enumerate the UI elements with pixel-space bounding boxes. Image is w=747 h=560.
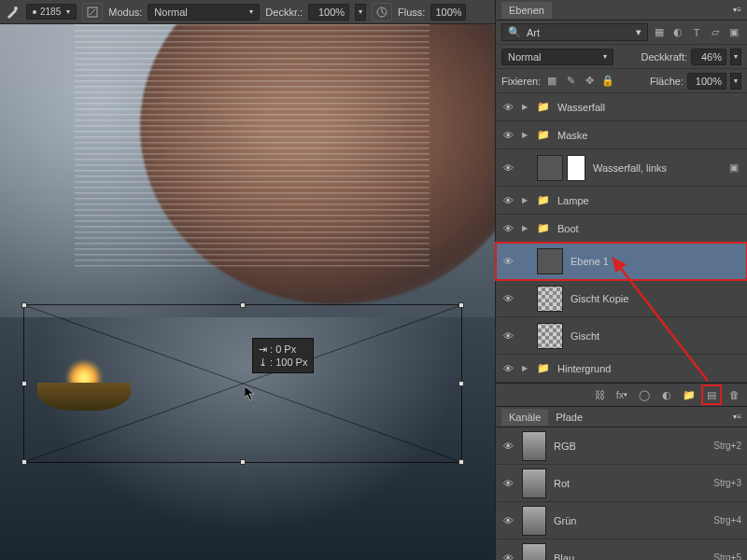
panels-dock: Ebenen ▾≡ 🔍 Art ▾ ▦ ◐ T ▱ ▣ Normal ▾ Dec… [495,0,747,560]
layer-name[interactable]: Wasserfall, links [593,162,719,174]
adjustment-layer-icon[interactable]: ◐ [659,387,674,402]
layer-thumbnail[interactable] [537,155,563,181]
layer-name[interactable]: Maske [557,130,741,141]
visibility-icon[interactable]: 👁 [501,130,514,141]
fill-slider[interactable]: ▾ [730,73,741,90]
channel-name[interactable]: Blau [554,553,706,561]
pressure-opacity-toggle[interactable] [372,3,392,21]
brush-panel-toggle[interactable] [82,3,103,21]
visibility-icon[interactable]: 👁 [501,102,514,113]
filter-pixel-icon[interactable]: ▦ [652,25,667,40]
panel-menu-icon[interactable]: ▾≡ [733,6,741,14]
channel-item[interactable]: 👁 Blau Strg+5 [496,539,747,560]
expand-icon[interactable]: ▶ [522,224,529,232]
document-canvas[interactable] [0,24,495,560]
brush-size-picker[interactable]: 2185 ▾ [26,4,77,20]
layer-name[interactable]: Gischt [571,330,741,342]
layer-name[interactable]: Ebene 1 [571,256,741,267]
filter-shape-icon[interactable]: ▱ [708,25,723,40]
channel-thumbnail[interactable] [522,506,546,536]
delete-layer-icon[interactable]: 🗑 [726,387,741,402]
layer-opacity-slider[interactable]: ▾ [730,49,741,65]
layer-item[interactable]: 👁 Wasserfall, links ▣ [496,149,747,187]
layer-name[interactable]: Hintergrund [557,363,741,374]
layer-group[interactable]: 👁 ▶ 📁 Wasserfall [496,93,747,121]
lock-position-icon[interactable]: ✥ [582,74,597,89]
layer-filter-dropdown[interactable]: 🔍 Art ▾ [501,23,648,41]
channel-item[interactable]: 👁 Rot Strg+3 [496,465,747,502]
tab-channels[interactable]: Kanäle [501,409,548,426]
visibility-icon[interactable]: 👁 [501,330,514,342]
panel-menu-icon[interactable]: ▾≡ [733,413,741,421]
channel-item[interactable]: 👁 RGB Strg+2 [496,427,747,465]
transform-handle[interactable] [240,459,246,465]
transform-handle[interactable] [240,302,246,308]
new-layer-icon[interactable]: ▤ [704,387,719,402]
layer-group[interactable]: 👁 ▶ 📁 Hintergrund [496,355,747,383]
channel-shortcut: Strg+4 [713,515,741,525]
layer-item-selected[interactable]: 👁 Ebene 1 [496,243,747,280]
expand-icon[interactable]: ▶ [522,103,529,111]
visibility-icon[interactable]: 👁 [501,441,514,452]
filter-smart-icon[interactable]: ▣ [726,25,741,40]
link-layers-icon[interactable]: ⛓ [592,387,607,402]
flow-input[interactable]: 100% [430,4,466,21]
visibility-icon[interactable]: 👁 [501,195,514,206]
new-group-icon[interactable]: 📁 [682,387,697,402]
channel-thumbnail[interactable] [522,469,546,498]
filter-adjust-icon[interactable]: ◐ [670,25,685,40]
visibility-icon[interactable]: 👁 [501,478,514,489]
expand-icon[interactable]: ▶ [522,196,529,204]
lock-transparent-icon[interactable]: ▩ [544,74,559,89]
transform-handle[interactable] [458,381,464,386]
layer-item[interactable]: 👁 Gischt [496,317,747,355]
layer-thumbnail[interactable] [537,248,563,274]
layer-fx-icon[interactable]: fx▾ [614,387,629,402]
layer-item[interactable]: 👁 Gischt Kopie [496,280,747,317]
channel-item[interactable]: 👁 Grün Strg+4 [496,502,747,539]
layer-thumbnail[interactable] [537,286,563,312]
channel-thumbnail[interactable] [522,543,546,561]
layer-name[interactable]: Wasserfall [557,102,741,113]
tab-layers[interactable]: Ebenen [501,2,552,19]
layer-blend-dropdown[interactable]: Normal ▾ [501,49,613,65]
layer-group[interactable]: 👁 ▶ 📁 Boot [496,215,747,243]
lock-all-icon[interactable]: 🔒 [600,74,615,89]
visibility-icon[interactable]: 👁 [501,293,514,304]
transform-handle[interactable] [21,459,27,465]
transform-handle[interactable] [458,302,464,308]
channel-name[interactable]: Grün [554,515,706,526]
layer-mask-icon[interactable]: ◯ [637,387,652,402]
fill-input[interactable]: 100% [687,73,726,90]
layer-opacity-input[interactable]: 46% [691,49,726,65]
opacity-slider-toggle[interactable]: ▾ [355,4,366,21]
layer-thumbnail[interactable] [537,323,563,349]
expand-icon[interactable]: ▶ [522,131,529,139]
filter-type-icon[interactable]: T [689,25,704,40]
tab-paths[interactable]: Pfade [548,409,590,426]
transform-handle[interactable] [21,302,27,308]
transform-handle[interactable] [458,459,464,465]
transform-info-tooltip: ⇥ : 0 Px ⤓ : 100 Px [252,338,314,373]
visibility-icon[interactable]: 👁 [501,363,514,374]
layer-mask-thumbnail[interactable] [567,155,585,181]
free-transform-bounds[interactable] [23,304,462,463]
layer-group[interactable]: 👁 ▶ 📁 Maske [496,121,747,149]
channel-name[interactable]: Rot [554,478,706,489]
layer-name[interactable]: Boot [557,223,741,234]
visibility-icon[interactable]: 👁 [501,223,514,234]
opacity-input[interactable]: 100% [308,4,349,21]
expand-icon[interactable]: ▶ [522,364,529,372]
layer-name[interactable]: Lampe [557,195,741,206]
lock-pixels-icon[interactable]: ✎ [563,74,578,89]
visibility-icon[interactable]: 👁 [501,256,514,267]
visibility-icon[interactable]: 👁 [501,553,514,561]
layer-name[interactable]: Gischt Kopie [571,293,741,304]
channel-name[interactable]: RGB [554,441,706,452]
transform-handle[interactable] [21,381,27,386]
layer-group[interactable]: 👁 ▶ 📁 Lampe [496,187,747,215]
blend-mode-dropdown[interactable]: Normal ▾ [148,4,260,21]
channel-thumbnail[interactable] [522,431,546,461]
visibility-icon[interactable]: 👁 [501,515,514,526]
visibility-icon[interactable]: 👁 [501,162,514,174]
